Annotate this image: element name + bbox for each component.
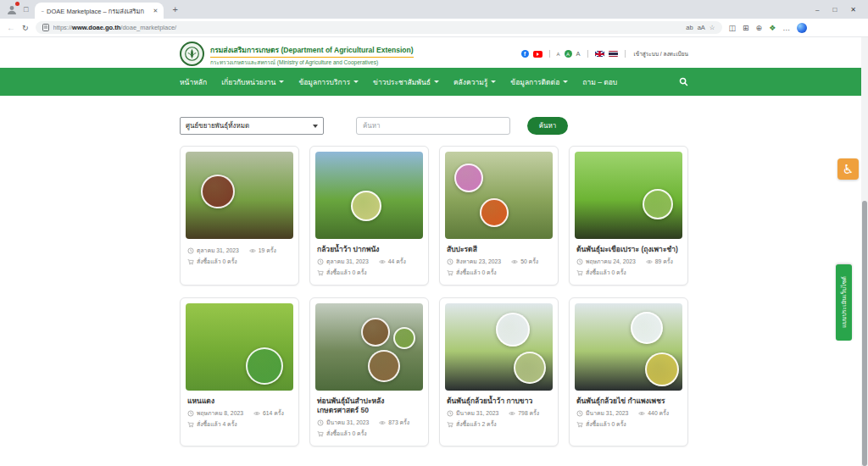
- product-title[interactable]: แหนแดง: [187, 397, 292, 406]
- sync-icon[interactable]: ⊕: [756, 24, 763, 32]
- copilot-icon[interactable]: [797, 23, 807, 33]
- clock-icon: [447, 410, 453, 417]
- product-card[interactable]: ต้นพันธุ์มะเขือเปราะ (ถุงเพาะชำ) พฤษภาคม…: [569, 146, 688, 286]
- new-tab-button[interactable]: +: [172, 4, 177, 14]
- nav-item[interactable]: เกี่ยวกับหน่วยงาน: [221, 76, 284, 88]
- product-orders: สั่งซื้อแล้ว 2 ครั้ง: [456, 419, 497, 429]
- product-image[interactable]: [575, 152, 682, 239]
- product-image[interactable]: [315, 152, 423, 239]
- tab-actions-icon[interactable]: □: [24, 5, 28, 14]
- browser-titlebar: □ -- DOAE Marketplace – กรมส่งเสริมก ✕ +…: [0, 0, 868, 19]
- scrollbar-thumb[interactable]: [862, 201, 867, 466]
- center-filter-select[interactable]: ศูนย์ขยายพันธุ์ทั้งหมด: [180, 117, 324, 135]
- product-orders: สั่งซื้อแล้ว 0 ครั้ง: [326, 268, 367, 277]
- accessibility-button[interactable]: ♿: [837, 158, 859, 180]
- nav-item-label: หน้าหลัก: [180, 76, 207, 88]
- nav-item[interactable]: ข้อมูลการบริการ: [298, 76, 359, 88]
- tab-close-icon[interactable]: ✕: [153, 8, 159, 14]
- site-info-icon[interactable]: [42, 24, 49, 31]
- image-inset-circle: [480, 198, 509, 227]
- doae-logo[interactable]: [180, 42, 204, 66]
- product-card[interactable]: กล้วยน้ำว้า ปากพนัง ตุลาคม 31, 2023 44 ค…: [309, 146, 429, 286]
- site-title[interactable]: กรมส่งเสริมการเกษตร (Department of Agric…: [210, 44, 414, 58]
- product-title[interactable]: ต้นพันธุ์มะเขือเปราะ (ถุงเพาะชำ): [576, 245, 681, 254]
- minimize-button[interactable]: –: [815, 6, 819, 14]
- eye-icon: [646, 258, 653, 265]
- product-image[interactable]: [186, 152, 293, 239]
- product-image[interactable]: [186, 303, 293, 391]
- more-menu-icon[interactable]: …: [782, 24, 790, 32]
- website-evaluation-banner[interactable]: แบบประเมินเว็บไซต์: [836, 264, 852, 341]
- product-image[interactable]: [445, 303, 553, 391]
- product-title[interactable]: ต้นพันธุ์กล้วยน้ำว้า กาบขาว: [447, 397, 551, 406]
- image-inset-circle: [496, 313, 530, 347]
- nav-item-label: ข้อมูลการบริการ: [298, 76, 350, 88]
- product-card[interactable]: ตุลาคม 31, 2023 19 ครั้ง สั่งซื้อแล้ว 0 …: [180, 146, 299, 286]
- extension-icon[interactable]: ❖: [769, 24, 776, 32]
- nav-item[interactable]: ข้อมูลการติดต่อ: [510, 76, 568, 88]
- browser-tab[interactable]: -- DOAE Marketplace – กรมส่งเสริมก ✕: [35, 3, 164, 19]
- address-bar[interactable]: https://www.doae.go.th/doae_marketplace/…: [36, 21, 722, 34]
- english-language-flag[interactable]: [595, 51, 604, 57]
- clock-icon: [187, 410, 194, 417]
- image-inset-circle: [645, 352, 679, 386]
- nav-item[interactable]: ถาม – ตอบ: [582, 76, 617, 88]
- product-orders: สั่งซื้อแล้ว 0 ครั้ง: [197, 257, 237, 266]
- product-image[interactable]: [445, 152, 553, 239]
- maximize-button[interactable]: □: [832, 6, 837, 14]
- select-value: ศูนย์ขยายพันธุ์ทั้งหมด: [186, 120, 249, 131]
- image-inset-circle: [361, 318, 390, 347]
- font-size-small-button[interactable]: A: [557, 52, 560, 57]
- nav-item[interactable]: ข่าวประชาสัมพันธ์: [373, 76, 439, 88]
- product-views: 89 ครั้ง: [655, 257, 673, 266]
- chevron-down-icon: [353, 80, 359, 83]
- product-card[interactable]: ท่อนพันธุ์มันสำปะหลัง เกษตรศาสตร์ 50 มีน…: [309, 297, 429, 447]
- product-card[interactable]: แหนแดง พฤษภาคม 8, 2023 614 ครั้ง สั่งซื้…: [180, 297, 299, 447]
- product-card[interactable]: ต้นพันธุ์กล้วยไข่ กำแพงเพชร มีนาคม 31, 2…: [569, 297, 688, 447]
- nav-search-icon[interactable]: [679, 77, 688, 86]
- page-scrollbar[interactable]: [861, 37, 868, 466]
- back-icon[interactable]: ←: [7, 23, 15, 32]
- image-inset-circle: [643, 189, 673, 219]
- eye-icon: [249, 247, 256, 254]
- font-size-normal-button[interactable]: A: [565, 50, 572, 58]
- split-screen-icon[interactable]: ◫: [729, 24, 737, 32]
- product-date: พฤษภาคม 24, 2023: [586, 257, 636, 266]
- login-register-link[interactable]: เข้าสู่ระบบ / ลงทะเบียน: [634, 50, 688, 58]
- read-aloud-icon[interactable]: ab: [686, 24, 693, 31]
- search-button[interactable]: ค้นหา: [527, 117, 568, 135]
- refresh-icon[interactable]: ↻: [22, 24, 29, 32]
- youtube-icon[interactable]: [533, 51, 542, 58]
- notification-dot: [15, 2, 19, 6]
- product-card[interactable]: ต้นพันธุ์กล้วยน้ำว้า กาบขาว มีนาคม 31, 2…: [439, 297, 559, 447]
- cart-icon: [317, 430, 324, 437]
- facebook-icon[interactable]: f: [521, 50, 529, 58]
- product-image[interactable]: [315, 303, 423, 391]
- image-inset-circle: [454, 164, 483, 192]
- image-inset-circle: [393, 327, 415, 349]
- main-navbar: หน้าหลัก เกี่ยวกับหน่วยงาน ข้อมูลการบริก…: [0, 68, 868, 96]
- browser-profile-icon[interactable]: [7, 3, 19, 15]
- nav-item[interactable]: หน้าหลัก: [180, 76, 207, 88]
- favorite-star-icon[interactable]: ☆: [709, 24, 715, 31]
- cart-icon: [576, 421, 583, 428]
- product-card[interactable]: สับปะรดสี สิงหาคม 23, 2023 50 ครั้ง สั่ง…: [439, 146, 559, 286]
- close-button[interactable]: ✕: [850, 6, 856, 14]
- thai-language-flag[interactable]: [609, 51, 618, 57]
- image-inset-circle: [368, 350, 400, 382]
- collections-icon[interactable]: ⊞: [743, 24, 749, 32]
- url-text[interactable]: https://www.doae.go.th/doae_marketplace/: [53, 24, 682, 31]
- product-views: 44 ครั้ง: [388, 257, 406, 266]
- product-title[interactable]: ท่อนพันธุ์มันสำปะหลัง เกษตรศาสตร์ 50: [317, 397, 421, 415]
- nav-item-label: ข้อมูลการติดต่อ: [510, 76, 559, 88]
- chevron-down-icon: [563, 80, 568, 83]
- nav-item[interactable]: คลังความรู้: [453, 76, 496, 88]
- font-resize-icon[interactable]: aA: [698, 24, 705, 31]
- search-input[interactable]: [356, 117, 510, 135]
- product-title[interactable]: ต้นพันธุ์กล้วยไข่ กำแพงเพชร: [576, 397, 681, 406]
- product-title[interactable]: สับปะรดสี: [447, 245, 551, 254]
- clock-icon: [317, 419, 324, 426]
- product-title[interactable]: กล้วยน้ำว้า ปากพนัง: [317, 245, 421, 254]
- font-size-large-button[interactable]: A: [576, 50, 581, 58]
- product-image[interactable]: [575, 303, 682, 391]
